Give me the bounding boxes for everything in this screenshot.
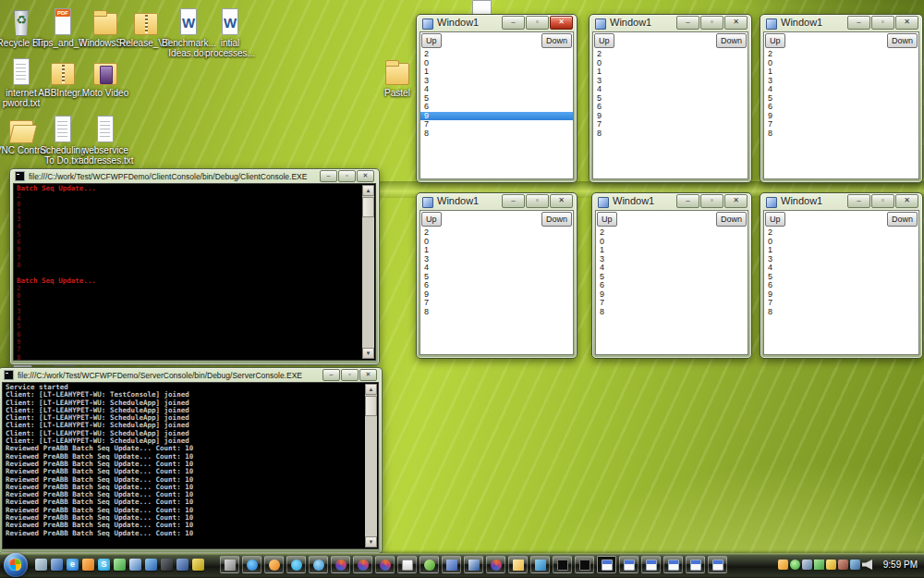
quick-launch-icon[interactable] — [176, 559, 188, 571]
tray-icon[interactable] — [790, 560, 800, 570]
list-item[interactable]: 6 — [764, 103, 918, 112]
close-button[interactable]: ✕ — [724, 194, 748, 208]
taskbar-button[interactable] — [641, 556, 661, 573]
minimize-button[interactable]: – — [322, 369, 340, 381]
list-item[interactable]: 7 — [593, 120, 748, 129]
list-item[interactable]: 1 — [420, 68, 573, 77]
taskbar-button[interactable] — [220, 556, 239, 573]
list-item[interactable]: 5 — [764, 273, 918, 282]
taskbar-button[interactable] — [553, 556, 572, 573]
taskbar-button[interactable] — [242, 556, 261, 573]
list-item[interactable]: 0 — [764, 59, 918, 68]
list-item[interactable]: 9 — [420, 112, 573, 121]
scroll-up-icon[interactable]: ▲ — [365, 384, 377, 395]
scroll-down-icon[interactable]: ▼ — [365, 536, 377, 547]
list-item[interactable]: 0 — [764, 238, 918, 247]
list-item[interactable]: 6 — [420, 281, 573, 290]
close-button[interactable]: ✕ — [550, 194, 573, 208]
scrollbar[interactable]: ▲ ▼ — [365, 384, 377, 547]
list-item[interactable]: 5 — [764, 94, 918, 104]
clock[interactable]: 9:59 PM — [883, 560, 918, 570]
maximize-button[interactable]: ▫ — [700, 194, 723, 208]
title-bar[interactable]: Window1 – ▫ ✕ — [592, 193, 751, 210]
close-button[interactable]: ✕ — [359, 369, 377, 381]
list-item[interactable]: 4 — [420, 264, 573, 273]
console-title-bar[interactable]: file:///C:/work/Test/WCFWPFDemo/ClientCo… — [10, 169, 379, 183]
down-button[interactable]: Down — [541, 212, 572, 227]
taskbar-button[interactable] — [619, 556, 638, 573]
desktop-icon[interactable]: Moto Video — [79, 57, 132, 98]
list-item[interactable]: 8 — [764, 129, 918, 139]
close-button[interactable]: ✕ — [724, 16, 748, 30]
taskbar-button[interactable] — [508, 556, 528, 573]
quick-launch-icon[interactable] — [35, 559, 47, 571]
taskbar-button[interactable] — [708, 556, 727, 573]
list-item[interactable]: 5 — [593, 94, 748, 104]
maximize-button[interactable]: ▫ — [700, 16, 723, 30]
list-item[interactable]: 9 — [420, 290, 573, 300]
list-item[interactable]: 9 — [596, 290, 748, 300]
minimize-button[interactable]: – — [320, 170, 337, 182]
taskbar-button[interactable] — [442, 556, 461, 573]
up-button[interactable]: Up — [594, 33, 614, 48]
list-item[interactable]: 8 — [420, 308, 573, 317]
list-item[interactable]: 5 — [420, 94, 573, 104]
list-item[interactable]: 9 — [764, 112, 918, 121]
quick-launch-icon[interactable] — [192, 559, 204, 571]
scrollbar-thumb[interactable] — [365, 396, 377, 416]
title-bar[interactable]: Window1 – ▫ ✕ — [417, 15, 577, 31]
list-item[interactable]: 0 — [596, 238, 748, 247]
list-item[interactable]: 7 — [764, 120, 918, 129]
list-item[interactable]: 8 — [596, 308, 748, 317]
quick-launch-icon[interactable] — [82, 559, 94, 571]
list-item[interactable]: 4 — [420, 85, 573, 94]
list-item[interactable]: 3 — [420, 255, 573, 264]
list-item[interactable]: 7 — [420, 299, 573, 308]
up-button[interactable]: Up — [765, 212, 785, 227]
scroll-up-icon[interactable]: ▲ — [362, 185, 374, 196]
up-button[interactable]: Up — [421, 33, 442, 48]
tray-icon[interactable] — [778, 560, 788, 570]
taskbar-button[interactable] — [331, 556, 350, 573]
list-item[interactable]: 4 — [596, 264, 748, 273]
title-bar[interactable]: Window1 – ▫ ✕ — [590, 15, 751, 31]
title-bar[interactable]: Window1 – ▫ ✕ — [417, 193, 577, 210]
title-bar[interactable]: Window1 – ▫ ✕ — [760, 193, 922, 210]
list-item[interactable]: 1 — [593, 68, 748, 77]
tray-icon[interactable] — [814, 560, 824, 570]
minimize-button[interactable]: – — [847, 194, 870, 208]
up-button[interactable]: Up — [421, 212, 442, 227]
scrollbar[interactable]: ▲ ▼ — [362, 185, 374, 359]
maximize-button[interactable]: ▫ — [526, 16, 549, 30]
list-item[interactable]: 0 — [420, 59, 573, 68]
up-button[interactable]: Up — [765, 33, 785, 48]
desktop-icon[interactable]: intial processes... — [203, 7, 257, 58]
list-item[interactable]: 1 — [764, 68, 918, 77]
list-item[interactable]: 2 — [764, 228, 918, 238]
maximize-button[interactable]: ▫ — [871, 194, 894, 208]
list-item[interactable]: 4 — [593, 85, 748, 94]
minimize-button[interactable]: – — [502, 16, 525, 30]
taskbar-button[interactable] — [530, 556, 550, 573]
list-item[interactable]: 2 — [420, 50, 573, 59]
list-item[interactable]: 7 — [420, 120, 573, 129]
taskbar-button[interactable] — [397, 556, 417, 573]
list-item[interactable]: 6 — [593, 103, 748, 112]
list-item[interactable]: 5 — [420, 273, 573, 282]
close-button[interactable]: ✕ — [357, 170, 374, 182]
taskbar-button[interactable] — [464, 556, 483, 573]
list-item[interactable]: 7 — [764, 299, 918, 308]
down-button[interactable]: Down — [541, 33, 572, 48]
quick-launch-icon[interactable] — [161, 559, 173, 571]
tray-icon[interactable] — [838, 560, 848, 570]
console-title-bar[interactable]: file:///C:/work/Test/WCFWPFDemo/ServerCo… — [0, 368, 382, 382]
list-item[interactable]: 6 — [596, 281, 748, 290]
down-button[interactable]: Down — [887, 212, 918, 227]
taskbar-button[interactable] — [309, 556, 328, 573]
list-item[interactable]: 8 — [593, 129, 748, 139]
taskbar-button[interactable] — [686, 556, 705, 573]
list-item[interactable]: 1 — [764, 246, 918, 255]
list-item[interactable]: 8 — [764, 308, 918, 317]
maximize-button[interactable]: ▫ — [526, 194, 549, 208]
down-button[interactable]: Down — [887, 33, 918, 48]
